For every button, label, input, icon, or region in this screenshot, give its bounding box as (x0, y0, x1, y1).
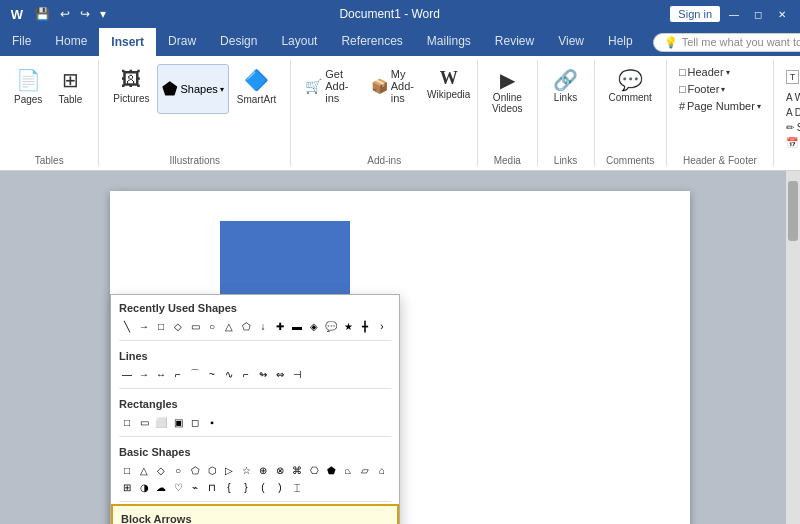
sign-in-button[interactable]: Sign in (670, 6, 720, 22)
myaddins-button[interactable]: 📦 My Add-ins (365, 64, 427, 108)
shape-rect-s[interactable]: □ (153, 318, 169, 334)
undo-button[interactable]: ↩ (57, 5, 73, 23)
bs-8[interactable]: ☆ (238, 462, 254, 478)
links-button[interactable]: 🔗 Links (546, 64, 586, 107)
footer-button[interactable]: □ Footer ▾ (675, 81, 729, 97)
shape-star[interactable]: ★ (340, 318, 356, 334)
tab-home[interactable]: Home (43, 28, 99, 56)
line-scribble[interactable]: ∿ (221, 366, 237, 382)
line-freeform[interactable]: ~ (204, 366, 220, 382)
bs-13[interactable]: ⬟ (323, 462, 339, 478)
rect-4[interactable]: ▣ (170, 414, 186, 430)
bs-21[interactable]: ⌁ (187, 479, 203, 495)
shape-rectangle[interactable] (220, 221, 350, 301)
shape-flowchart-decision[interactable]: ◈ (306, 318, 322, 334)
signature-button[interactable]: ✏ Sig Line (782, 121, 800, 134)
rect-1[interactable]: □ (119, 414, 135, 430)
line-curved-dbl[interactable]: ⇔ (272, 366, 288, 382)
shape-diamond-s[interactable]: ◇ (170, 318, 186, 334)
bs-5[interactable]: ⬠ (187, 462, 203, 478)
wordart-button[interactable]: A WordArt (782, 91, 800, 104)
bs-25[interactable]: ( (255, 479, 271, 495)
shape-oval[interactable]: ○ (204, 318, 220, 334)
close-button[interactable]: ✕ (772, 4, 792, 24)
bs-9[interactable]: ⊕ (255, 462, 271, 478)
bs-24[interactable]: } (238, 479, 254, 495)
shape-round-rect[interactable]: ▭ (187, 318, 203, 334)
shape-callout[interactable]: 💬 (323, 318, 339, 334)
bs-22[interactable]: ⊓ (204, 479, 220, 495)
table-button[interactable]: ⊞ Table (50, 64, 90, 109)
shape-arrow-right[interactable]: → (136, 318, 152, 334)
bs-3[interactable]: ◇ (153, 462, 169, 478)
line-elbow2[interactable]: ⌐ (238, 366, 254, 382)
tab-view[interactable]: View (546, 28, 596, 56)
rect-6[interactable]: ▪ (204, 414, 220, 430)
bs-1[interactable]: □ (119, 462, 135, 478)
tell-me-bar[interactable]: 💡 Tell me what you want to do (645, 28, 800, 56)
pages-button[interactable]: 📄 Pages (8, 64, 48, 109)
bs-17[interactable]: ⊞ (119, 479, 135, 495)
date-button[interactable]: 📅 Date (782, 136, 800, 149)
shape-flowchart-process[interactable]: ▬ (289, 318, 305, 334)
shape-pentagon[interactable]: ⬠ (238, 318, 254, 334)
bs-14[interactable]: ⏢ (340, 462, 356, 478)
vertical-scrollbar[interactable] (786, 171, 800, 524)
tab-help[interactable]: Help (596, 28, 645, 56)
bs-18[interactable]: ◑ (136, 479, 152, 495)
shape-cross[interactable]: ✚ (272, 318, 288, 334)
pictures-button[interactable]: 🖼 Pictures (107, 64, 155, 108)
dropcap-button[interactable]: A Drop Cap (782, 106, 800, 119)
shape-plus[interactable]: ╋ (357, 318, 373, 334)
header-button[interactable]: □ Header ▾ (675, 64, 734, 80)
tab-mailings[interactable]: Mailings (415, 28, 483, 56)
bs-7[interactable]: ▷ (221, 462, 237, 478)
rect-5[interactable]: ◻ (187, 414, 203, 430)
minimize-button[interactable]: — (724, 4, 744, 24)
rect-3[interactable]: ⬜ (153, 414, 169, 430)
bs-20[interactable]: ♡ (170, 479, 186, 495)
getaddins-button[interactable]: 🛒 Get Add-ins (299, 64, 363, 108)
bs-23[interactable]: { (221, 479, 237, 495)
tab-design[interactable]: Design (208, 28, 269, 56)
line-straight[interactable]: — (119, 366, 135, 382)
tab-layout[interactable]: Layout (269, 28, 329, 56)
bs-2[interactable]: △ (136, 462, 152, 478)
bs-11[interactable]: ⌘ (289, 462, 305, 478)
bs-19[interactable]: ☁ (153, 479, 169, 495)
bs-26[interactable]: ) (272, 479, 288, 495)
bs-12[interactable]: ⎔ (306, 462, 322, 478)
online-videos-button[interactable]: ▶ Online Videos (486, 64, 528, 118)
page-number-button[interactable]: # Page Number ▾ (675, 98, 765, 114)
save-button[interactable]: 💾 (32, 5, 53, 23)
shape-line[interactable]: ╲ (119, 318, 135, 334)
tab-file[interactable]: File (0, 28, 43, 56)
line-elbow[interactable]: ⌐ (170, 366, 186, 382)
redo-button[interactable]: ↪ (77, 5, 93, 23)
customize-qa-button[interactable]: ▾ (97, 5, 109, 23)
bs-4[interactable]: ○ (170, 462, 186, 478)
smartart-button[interactable]: 🔷 SmartArt (231, 64, 282, 109)
rect-2[interactable]: ▭ (136, 414, 152, 430)
shape-triangle[interactable]: △ (221, 318, 237, 334)
textbox-button[interactable]: T Text Box ▾ (782, 64, 800, 90)
tab-draw[interactable]: Draw (156, 28, 208, 56)
shape-arrow-down-s[interactable]: ↓ (255, 318, 271, 334)
wikipedia-button[interactable]: W Wikipedia (428, 64, 469, 104)
line-curve[interactable]: ⌒ (187, 366, 203, 382)
line-connector[interactable]: ⊣ (289, 366, 305, 382)
line-double-arrow[interactable]: ↔ (153, 366, 169, 382)
bs-15[interactable]: ▱ (357, 462, 373, 478)
tab-insert[interactable]: Insert (99, 28, 156, 56)
tab-review[interactable]: Review (483, 28, 546, 56)
restore-button[interactable]: ◻ (748, 4, 768, 24)
tab-references[interactable]: References (329, 28, 414, 56)
comment-button[interactable]: 💬 Comment (603, 64, 658, 107)
bs-16[interactable]: ⌂ (374, 462, 390, 478)
bs-27[interactable]: ⌶ (289, 479, 305, 495)
bs-10[interactable]: ⊗ (272, 462, 288, 478)
shapes-button[interactable]: ⬟ Shapes ▾ (157, 64, 228, 114)
shape-chevron[interactable]: › (374, 318, 390, 334)
line-curved-arrow[interactable]: ↬ (255, 366, 271, 382)
bs-6[interactable]: ⬡ (204, 462, 220, 478)
